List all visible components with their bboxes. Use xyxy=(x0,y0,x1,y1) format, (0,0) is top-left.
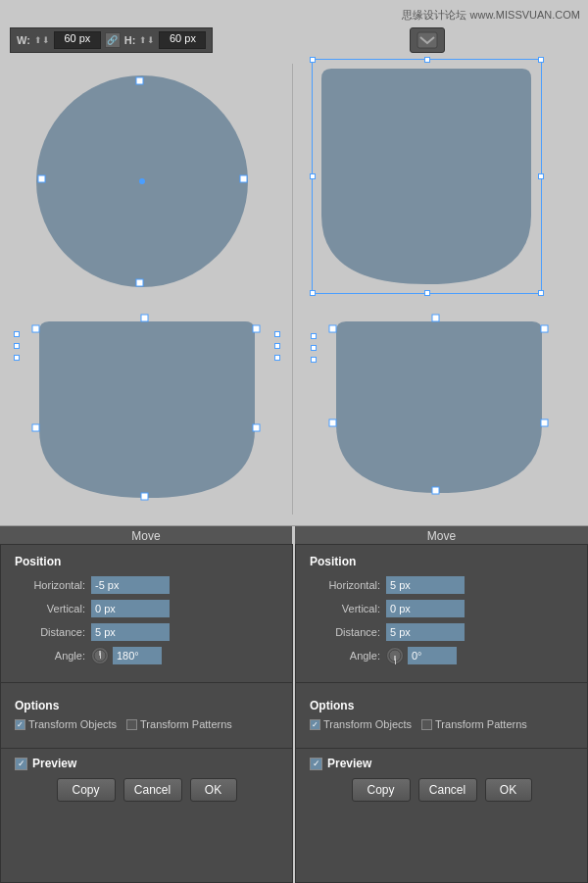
svg-rect-12 xyxy=(141,493,148,500)
checkbox-row-left: Transform Objects Transform Patterns xyxy=(15,718,278,730)
anchor-left-top xyxy=(14,331,20,337)
section-divider-right xyxy=(296,682,587,683)
section-divider-left xyxy=(1,682,292,683)
transform-objects-cb-left[interactable] xyxy=(15,719,25,730)
svg-rect-15 xyxy=(541,325,548,332)
options-title-left: Options xyxy=(15,699,278,712)
shape-bottom-right xyxy=(314,304,564,515)
svg-rect-10 xyxy=(32,424,39,431)
transform-patterns-cb-right[interactable] xyxy=(421,719,432,730)
distance-input-right[interactable] xyxy=(386,623,465,641)
toolbar: W: ⬆⬇ 60 px 🔗 H: ⬆⬇ 60 px xyxy=(10,27,213,53)
angle-row-left: Angle: xyxy=(15,647,278,664)
position-section-right: Position Horizontal: Vertical: Distance:… xyxy=(296,545,587,676)
svg-rect-4 xyxy=(240,175,247,182)
anchor2-left-top xyxy=(311,333,317,339)
cancel-button-right[interactable]: Cancel xyxy=(418,778,477,802)
svg-rect-3 xyxy=(38,175,45,182)
svg-rect-16 xyxy=(329,419,336,426)
svg-rect-17 xyxy=(541,419,548,426)
angle-label-right: Angle: xyxy=(310,650,380,662)
svg-rect-7 xyxy=(141,315,148,321)
anchor-right-top xyxy=(274,331,280,337)
watermark: 思缘设计论坛 www.MISSVUAN.COM xyxy=(402,8,580,23)
vertical-label-left: Vertical: xyxy=(15,603,85,614)
distance-label-left: Distance: xyxy=(15,626,85,638)
anchor-left-mid xyxy=(14,343,20,349)
link-icon[interactable]: 🔗 xyxy=(105,32,121,48)
distance-input-left[interactable] xyxy=(91,623,170,641)
width-label: W: xyxy=(17,34,30,46)
preview-divider-right xyxy=(296,748,587,749)
horizontal-input-right[interactable] xyxy=(386,576,465,594)
shape-bottom-left xyxy=(15,304,279,515)
svg-rect-1 xyxy=(136,77,143,84)
options-section-left: Options Transform Objects Transform Patt… xyxy=(1,689,292,740)
svg-rect-18 xyxy=(432,487,439,494)
transform-patterns-right: Transform Patterns xyxy=(421,718,527,730)
transform-patterns-label-left: Transform Patterns xyxy=(140,718,232,730)
svg-rect-6 xyxy=(417,32,437,48)
anchor-right-bot xyxy=(274,355,280,361)
anchor2-left-bot xyxy=(311,357,317,363)
svg-rect-11 xyxy=(253,424,260,431)
btn-row-right: Copy Cancel OK xyxy=(296,778,587,811)
angle-label-left: Angle: xyxy=(15,650,85,662)
copy-button-right[interactable]: Copy xyxy=(352,778,411,802)
shape-top-left xyxy=(20,64,265,299)
svg-rect-14 xyxy=(329,325,336,332)
options-title-right: Options xyxy=(310,699,573,712)
transform-patterns-left: Transform Patterns xyxy=(126,718,232,730)
copy-button-left[interactable]: Copy xyxy=(57,778,116,802)
angle-input-right[interactable] xyxy=(408,647,457,664)
preview-row-left: Preview xyxy=(1,757,292,778)
canvas-area: W: ⬆⬇ 60 px 🔗 H: ⬆⬇ 60 px xyxy=(0,0,588,529)
options-section-right: Options Transform Objects Transform Patt… xyxy=(296,689,587,740)
svg-rect-8 xyxy=(32,325,39,332)
distance-row-right: Distance: xyxy=(310,623,573,641)
angle-dial-right[interactable] xyxy=(386,647,404,664)
move-label-right: Move xyxy=(295,526,588,546)
position-title-left: Position xyxy=(15,555,278,568)
preview-label-right: Preview xyxy=(327,757,371,770)
svg-rect-13 xyxy=(432,315,439,321)
height-input[interactable]: 60 px xyxy=(159,31,206,49)
preview-divider-left xyxy=(1,748,292,749)
transform-patterns-label-right: Transform Patterns xyxy=(435,718,527,730)
angle-row-right: Angle: xyxy=(310,647,573,664)
width-input[interactable]: 60 px xyxy=(54,31,101,49)
vertical-label-right: Vertical: xyxy=(310,603,380,614)
transform-objects-right: Transform Objects xyxy=(310,718,412,730)
angle-input-left[interactable] xyxy=(113,647,162,664)
cancel-button-left[interactable]: Cancel xyxy=(123,778,182,802)
move-label-left: Move xyxy=(0,526,292,546)
vertical-input-right[interactable] xyxy=(386,600,465,617)
preview-cb-left[interactable] xyxy=(15,758,27,770)
vertical-divider xyxy=(292,64,293,515)
transform-objects-cb-right[interactable] xyxy=(310,719,320,730)
btn-row-left: Copy Cancel OK xyxy=(1,778,292,811)
ok-button-left[interactable]: OK xyxy=(190,778,237,802)
vertical-row-right: Vertical: xyxy=(310,600,573,617)
preview-cb-right[interactable] xyxy=(310,758,322,770)
horizontal-row-left: Horizontal: xyxy=(15,576,278,594)
svg-rect-9 xyxy=(253,325,260,332)
ok-button-right[interactable]: OK xyxy=(485,778,532,802)
width-arrows: ⬆⬇ xyxy=(34,35,50,45)
dialog-left: Position Horizontal: Vertical: Distance:… xyxy=(0,544,293,883)
horizontal-input-left[interactable] xyxy=(91,576,170,594)
horizontal-label-right: Horizontal: xyxy=(310,579,380,591)
preview-row-right: Preview xyxy=(296,757,587,778)
transform-objects-left: Transform Objects xyxy=(15,718,117,730)
svg-point-5 xyxy=(139,178,145,184)
vertical-input-left[interactable] xyxy=(91,600,170,617)
position-section-left: Position Horizontal: Vertical: Distance:… xyxy=(1,545,292,676)
angle-dial-left[interactable] xyxy=(91,647,109,664)
transform-objects-label-left: Transform Objects xyxy=(28,718,117,730)
distance-label-right: Distance: xyxy=(310,626,380,638)
transform-icon xyxy=(410,27,445,53)
height-arrows: ⬆⬇ xyxy=(139,35,155,45)
transform-patterns-cb-left[interactable] xyxy=(126,719,137,730)
transform-objects-label-right: Transform Objects xyxy=(323,718,412,730)
checkbox-row-right: Transform Objects Transform Patterns xyxy=(310,718,573,730)
